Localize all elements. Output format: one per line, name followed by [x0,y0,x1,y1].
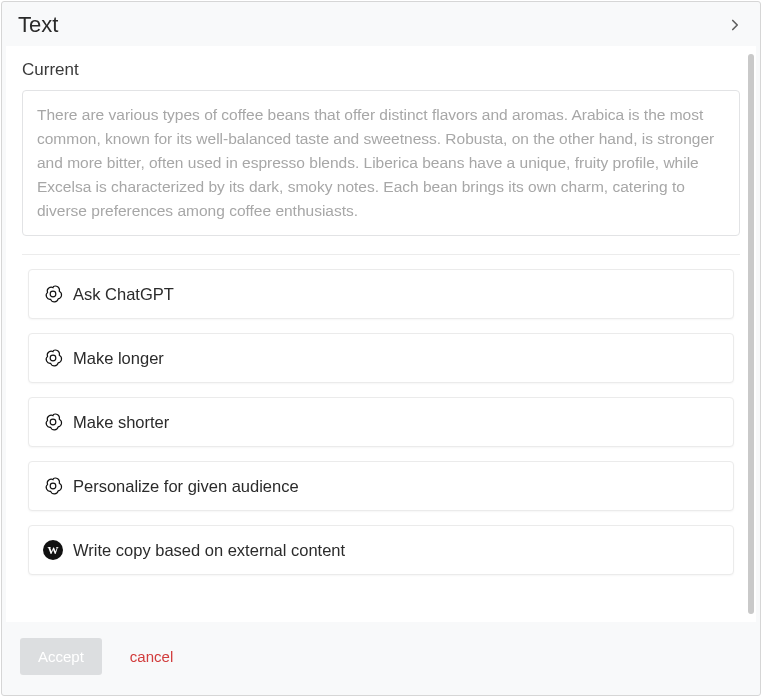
accept-button[interactable]: Accept [20,638,102,675]
divider [22,254,740,255]
action-label: Make shorter [73,413,169,432]
action-make-shorter[interactable]: Make shorter [28,397,734,447]
openai-icon [43,412,63,432]
svg-point-2 [50,419,56,425]
text-panel: Text Current There are various types of … [1,1,761,696]
current-text: There are various types of coffee beans … [22,90,740,236]
action-label: Personalize for given audience [73,477,299,496]
cancel-button[interactable]: cancel [130,648,173,665]
content-wrapper: Current There are various types of coffe… [6,46,756,622]
content-area: Current There are various types of coffe… [6,46,756,622]
panel-title: Text [18,12,58,38]
action-ask-chatgpt[interactable]: Ask ChatGPT [28,269,734,319]
action-write-copy-external[interactable]: W Write copy based on external content [28,525,734,575]
scrollbar[interactable] [748,54,754,614]
action-make-longer[interactable]: Make longer [28,333,734,383]
openai-icon [43,284,63,304]
chevron-right-icon[interactable] [726,16,744,34]
w-circle-icon: W [43,540,63,560]
action-label: Write copy based on external content [73,541,345,560]
current-label: Current [22,60,740,80]
footer: Accept cancel [2,622,760,695]
panel-header: Text [2,2,760,46]
openai-icon [43,476,63,496]
actions-list: Ask ChatGPT Make longer [22,269,740,575]
action-label: Ask ChatGPT [73,285,174,304]
action-personalize-audience[interactable]: Personalize for given audience [28,461,734,511]
openai-icon [43,348,63,368]
svg-point-0 [50,291,56,297]
svg-point-1 [50,355,56,361]
svg-point-3 [50,483,56,489]
action-label: Make longer [73,349,164,368]
